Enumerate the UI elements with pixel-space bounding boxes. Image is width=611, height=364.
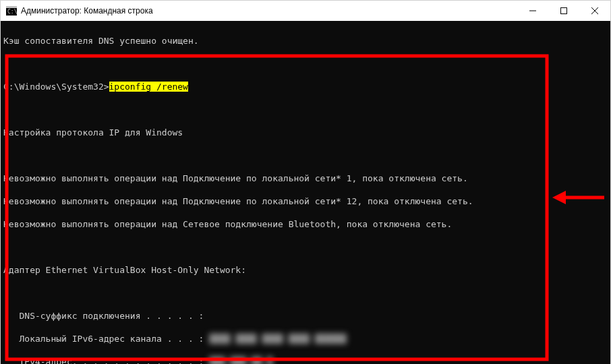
cmd-window: C:\ Администратор: Командная строка Кэш … [0,0,611,364]
prompt-path: C:\Windows\System32> [3,82,109,92]
output-line: Невозможно выполнять операции над Подклю… [3,195,610,207]
close-button[interactable] [579,1,610,21]
window-controls [517,1,610,21]
output-line: Адаптер Ethernet VirtualBox Host-Only Ne… [3,264,610,276]
output-line [3,104,610,115]
output-line: Кэш сопоставителя DNS успешно очищен. [3,35,610,47]
output-line [3,287,610,299]
output-line: Настройка протокола IP для Windows [3,127,610,138]
window-title: Администратор: Командная строка [21,6,153,16]
redacted-value: ████ ████ ████ ████ ██████ [209,334,347,344]
output-line: Локальный IPv6-адрес канала . . . : ████… [3,333,610,344]
command-highlight: ipconfig /renew [109,82,188,92]
output-line: DNS-суффикс подключения . . . . . : [3,310,610,322]
output-line [3,241,610,253]
output-line [3,150,610,161]
svg-text:C:\: C:\ [7,9,17,15]
output-line: IPv4-адрес. . . . . . . . . . . . : ███.… [3,356,610,364]
svg-rect-4 [561,8,567,14]
titlebar[interactable]: C:\ Администратор: Командная строка [1,1,610,21]
prompt-line: C:\Windows\System32>ipconfig /renew [3,81,610,92]
redacted-value: ███.███.██.█ [209,357,272,364]
maximize-button[interactable] [548,1,579,21]
output-line [3,58,610,69]
output-line: Невозможно выполнять операции над Сетево… [3,218,610,230]
svg-rect-1 [6,6,17,8]
cmd-icon: C:\ [6,5,17,16]
minimize-button[interactable] [517,1,548,21]
output-line: Невозможно выполнять операции над Подклю… [3,173,610,184]
console-output[interactable]: Кэш сопоставителя DNS успешно очищен. C:… [1,21,610,364]
